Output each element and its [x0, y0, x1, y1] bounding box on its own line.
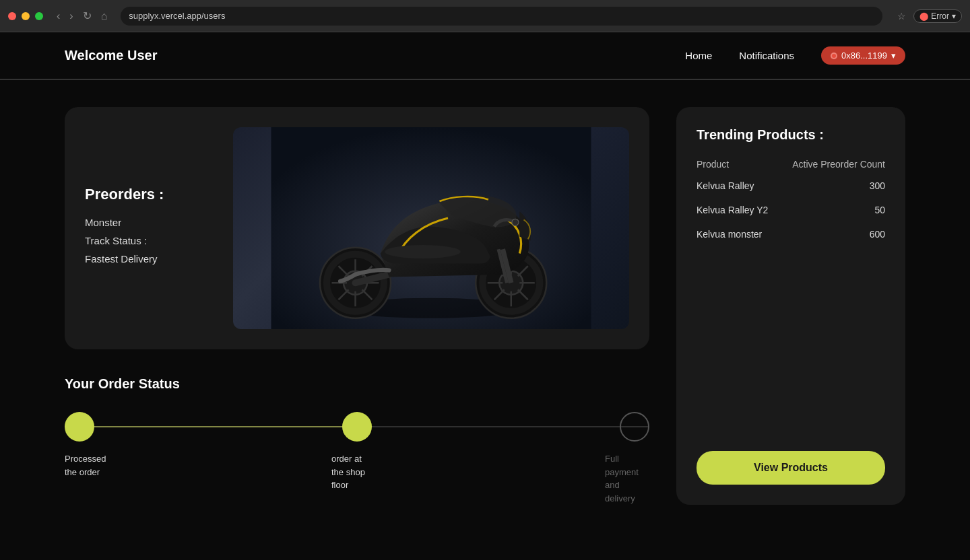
app-header: Welcome User Home Notifications 0x86...1… — [0, 32, 970, 79]
preorders-delivery-label: Fastest Delivery — [85, 253, 220, 265]
trending-title: Trending Products : — [697, 127, 885, 143]
status-label-2-line2: the shop — [331, 466, 361, 479]
status-labels: Processed the order order at the shop fl… — [65, 452, 649, 505]
forward-icon[interactable]: › — [67, 9, 75, 24]
trending-row-1: Kelvua Ralley 300 — [697, 180, 885, 191]
status-label-3-line2: payment — [605, 466, 635, 479]
preorders-title: Preorders : — [85, 186, 220, 203]
order-status-section: Your Order Status Processed the order — [65, 376, 649, 505]
product-count-3: 600 — [870, 229, 885, 240]
status-track — [65, 412, 649, 442]
nav-home[interactable]: Home — [685, 50, 712, 61]
preorders-track-label: Track Status : — [85, 235, 220, 246]
motorcycle-image — [233, 127, 629, 329]
product-count-2: 50 — [874, 205, 885, 215]
svg-point-27 — [385, 245, 461, 258]
url-text: supplyx.vercel.app/users — [129, 11, 225, 21]
back-icon[interactable]: ‹ — [54, 9, 63, 24]
trending-header: Product Active Preorder Count — [697, 159, 885, 170]
home-icon[interactable]: ⌂ — [98, 9, 110, 24]
preorders-info: Preorders : Monster Track Status : Faste… — [85, 186, 220, 271]
view-products-button[interactable]: View Products — [697, 451, 885, 485]
status-label-2: order at the shop floor — [331, 452, 361, 505]
wallet-chevron: ▾ — [891, 50, 896, 61]
status-label-3-line1: Full — [605, 452, 635, 466]
main-content: Preorders : Monster Track Status : Faste… — [0, 80, 970, 532]
status-label-2-line1: order at — [331, 452, 361, 466]
address-bar[interactable]: supplyx.vercel.app/users — [121, 7, 882, 26]
trending-row-3: Kelvua monster 600 — [697, 229, 885, 240]
minimize-button[interactable] — [22, 12, 30, 20]
trending-row-2: Kelvua Ralley Y2 50 — [697, 205, 885, 215]
status-label-1-line1: Processed — [65, 452, 94, 466]
right-section: Trending Products : Product Active Preor… — [676, 107, 905, 505]
header-nav: Home Notifications 0x86...1199 ▾ — [685, 46, 905, 65]
status-label-1-line2: the order — [65, 466, 94, 479]
status-label-3-line3: and — [605, 479, 635, 492]
status-node-1 — [65, 412, 94, 442]
wallet-address: 0x86...1199 — [841, 50, 887, 61]
order-status-title: Your Order Status — [65, 376, 649, 392]
col-product-header: Product — [697, 159, 729, 170]
left-section: Preorders : Monster Track Status : Faste… — [65, 107, 649, 505]
reload-icon[interactable]: ↻ — [80, 8, 94, 24]
wallet-badge[interactable]: 0x86...1199 ▾ — [821, 46, 905, 65]
bookmark-icon[interactable]: ☆ — [893, 8, 909, 24]
product-name-3: Kelvua monster — [697, 229, 762, 240]
status-label-3: Full payment and delivery — [605, 452, 635, 505]
status-node-3 — [620, 412, 649, 442]
status-nodes — [65, 412, 649, 442]
preorders-product-name: Monster — [85, 217, 220, 228]
preorders-card: Preorders : Monster Track Status : Faste… — [65, 107, 649, 349]
app-title: Welcome User — [65, 48, 157, 63]
product-name-2: Kelvua Ralley Y2 — [697, 205, 768, 215]
product-count-1: 300 — [870, 180, 885, 191]
error-chevron: ▾ — [952, 11, 956, 21]
col-count-header: Active Preorder Count — [792, 159, 885, 170]
error-label: Error — [931, 11, 949, 21]
product-name-1: Kelvua Ralley — [697, 180, 754, 191]
trending-card: Trending Products : Product Active Preor… — [676, 107, 905, 505]
svg-point-26 — [512, 219, 519, 225]
nav-notifications[interactable]: Notifications — [739, 50, 794, 61]
status-node-2 — [342, 412, 372, 442]
status-label-2-line3: floor — [331, 479, 361, 492]
maximize-button[interactable] — [35, 12, 43, 20]
status-label-3-line4: delivery — [605, 492, 635, 505]
close-button[interactable] — [8, 12, 16, 20]
trending-table: Product Active Preorder Count Kelvua Ral… — [697, 159, 885, 253]
wallet-dot — [831, 53, 837, 59]
status-label-1: Processed the order — [65, 452, 94, 505]
browser-chrome: ‹ › ↻ ⌂ supplyx.vercel.app/users ☆ ⬤ Err… — [0, 0, 970, 32]
error-badge[interactable]: ⬤ Error ▾ — [913, 9, 962, 23]
error-dot: ⬤ — [919, 11, 928, 21]
